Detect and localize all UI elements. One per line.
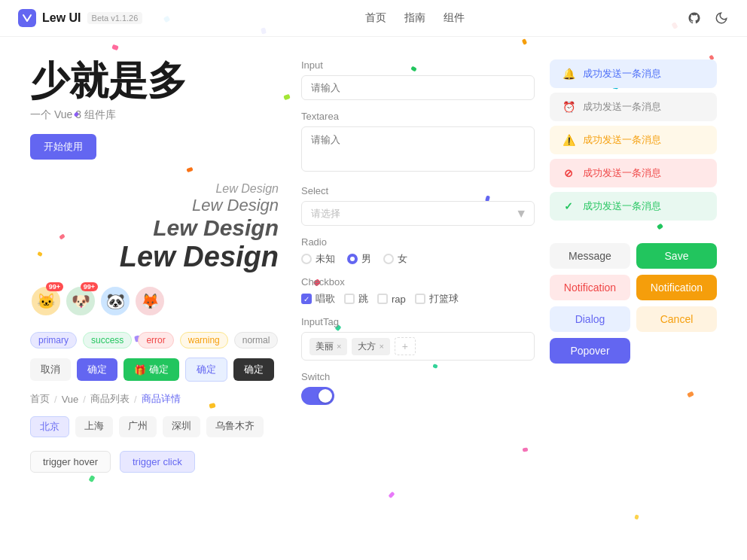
tag-primary[interactable]: primary [30, 332, 77, 348]
cancel-action-button[interactable]: Cancel [636, 306, 717, 332]
save-button[interactable]: Save [636, 243, 717, 269]
start-button[interactable]: 开始使用 [30, 134, 96, 160]
tag-normal[interactable]: normal [234, 332, 279, 348]
city-tag-urumqi[interactable]: 乌鲁木齐 [206, 416, 264, 437]
notification-success-icon: ✓ [562, 199, 575, 213]
main-select[interactable]: 请选择 [301, 201, 535, 226]
breadcrumb-item-detail[interactable]: 商品详情 [142, 392, 181, 406]
version-badge: Beta v1.1.26 [87, 12, 143, 24]
radio-label: Radio [301, 236, 535, 248]
checkbox-dance[interactable]: 跳 [344, 292, 368, 306]
radio-male[interactable]: 男 [347, 252, 371, 266]
breadcrumb-item-vue[interactable]: Vue [62, 394, 79, 405]
message-button[interactable]: Message [550, 243, 630, 269]
radio-label-female: 女 [398, 252, 407, 266]
inputtag-item-beautiful: 美丽 × [309, 338, 347, 355]
radio-group: Radio 未知 男 女 [301, 236, 535, 266]
radio-unknown[interactable]: 未知 [301, 252, 335, 266]
radio-label-male: 男 [361, 252, 371, 266]
inputtag-remove-beautiful[interactable]: × [337, 342, 341, 351]
confirm-button[interactable]: 确定 [77, 358, 117, 381]
breadcrumb-sep-2: / [83, 394, 86, 405]
github-icon[interactable] [687, 11, 702, 26]
main-content: 少就是多 一个 Vue 3 组件库 开始使用 Lew Design Lew De… [0, 37, 747, 488]
checkbox-sing[interactable]: ✓ 唱歌 [301, 292, 335, 306]
left-section: 少就是多 一个 Vue 3 组件库 开始使用 Lew Design Lew De… [30, 59, 286, 473]
tag-error[interactable]: error [138, 332, 173, 348]
inputtag-value-beautiful: 美丽 [316, 340, 334, 353]
notification-error: ⊘ 成功发送一条消息 [550, 159, 717, 187]
avatar-4: 🦊 [134, 285, 166, 317]
checkbox-group: Checkbox ✓ 唱歌 跳 rap 打篮球 [301, 276, 535, 306]
dark-confirm-button[interactable]: 确定 [233, 358, 274, 381]
text-size-4: Lew Design [120, 241, 279, 273]
header-nav: 首页 指南 组件 [365, 11, 465, 25]
switch-label: Switch [301, 371, 535, 382]
breadcrumb: 首页 / Vue / 商品列表 / 商品详情 [30, 392, 286, 406]
breadcrumb-sep-3: / [134, 394, 137, 405]
notification-bell-icon: 🔔 [562, 67, 575, 81]
notification-info: 🔔 成功发送一条消息 [550, 59, 717, 88]
checkbox-basketball[interactable]: 打篮球 [415, 292, 459, 306]
main-textarea[interactable] [301, 126, 535, 172]
radio-dot-male [350, 257, 355, 261]
inputtag-container[interactable]: 美丽 × 大方 × + [301, 332, 535, 361]
avatar-3: 🐼 [99, 285, 131, 317]
checkbox-label: Checkbox [301, 276, 535, 288]
city-tag-beijing[interactable]: 北京 [30, 416, 69, 437]
popover-button[interactable]: Popover [550, 338, 630, 364]
inputtag-item-elegant: 大方 × [352, 338, 389, 355]
header-left: Lew UI Beta v1.1.26 [18, 9, 142, 27]
middle-section: Input Textarea Select 请选择 ▼ Radio 未知 [301, 59, 535, 473]
gift-confirm-button[interactable]: 🎁 确定 [123, 358, 179, 381]
trigger-hover-button[interactable]: trigger hover [30, 451, 111, 473]
radio-female[interactable]: 女 [383, 252, 407, 266]
notification-warning-icon: ⚠️ [562, 133, 575, 147]
textarea-group: Textarea [301, 111, 535, 175]
checkbox-rap[interactable]: rap [377, 294, 406, 305]
notification-time-text: 成功发送一条消息 [583, 100, 705, 114]
inputtag-label: InputTag [301, 316, 535, 327]
cancel-button[interactable]: 取消 [30, 358, 71, 381]
input-group: Input [301, 59, 535, 100]
trigger-button-group: trigger hover trigger click [30, 451, 286, 473]
switch-container [301, 387, 535, 405]
trigger-click-button[interactable]: trigger click [120, 451, 195, 473]
text-size-2: Lew Design [192, 196, 279, 215]
tag-group: primary success error warning normal [30, 332, 286, 348]
breadcrumb-item-list[interactable]: 商品列表 [90, 392, 130, 406]
tag-success[interactable]: success [83, 332, 132, 348]
dialog-button[interactable]: Dialog [550, 306, 630, 332]
radio-circle-unknown [301, 254, 312, 264]
avatar-badge-2: 99+ [81, 282, 98, 291]
city-tag-shanghai[interactable]: 上海 [75, 416, 113, 437]
nav-components[interactable]: 组件 [444, 11, 465, 25]
main-input[interactable] [301, 75, 535, 100]
notification-button-1[interactable]: Notification [550, 275, 630, 300]
header-icons [687, 11, 729, 26]
switch-group: Switch [301, 371, 535, 405]
header: Lew UI Beta v1.1.26 首页 指南 组件 [0, 0, 747, 37]
city-tag-shenzhen[interactable]: 深圳 [163, 416, 200, 437]
checkbox-check-sing: ✓ [303, 295, 309, 303]
tag-warning[interactable]: warning [180, 332, 228, 348]
breadcrumb-item-home[interactable]: 首页 [30, 392, 50, 406]
notification-info-text: 成功发送一条消息 [583, 67, 705, 81]
text-size-3: Lew Design [153, 215, 279, 241]
textarea-label: Textarea [301, 111, 535, 122]
theme-toggle-icon[interactable] [714, 11, 729, 26]
inputtag-remove-elegant[interactable]: × [379, 342, 383, 351]
checkbox-box-rap [377, 294, 388, 304]
checkbox-label-sing: 唱歌 [316, 292, 335, 306]
notification-button-2[interactable]: Notification [636, 275, 717, 300]
switch-toggle[interactable] [301, 387, 334, 405]
radio-options: 未知 男 女 [301, 252, 535, 266]
inputtag-add-button[interactable]: + [395, 337, 416, 355]
input-label: Input [301, 59, 535, 71]
nav-guide[interactable]: 指南 [404, 11, 425, 25]
nav-home[interactable]: 首页 [365, 11, 386, 25]
inputtag-group: InputTag 美丽 × 大方 × + [301, 316, 535, 361]
city-tag-guangzhou[interactable]: 广州 [119, 416, 157, 437]
outline-confirm-button[interactable]: 确定 [185, 358, 227, 382]
hero-subtitle: 一个 Vue 3 组件库 [30, 108, 286, 122]
